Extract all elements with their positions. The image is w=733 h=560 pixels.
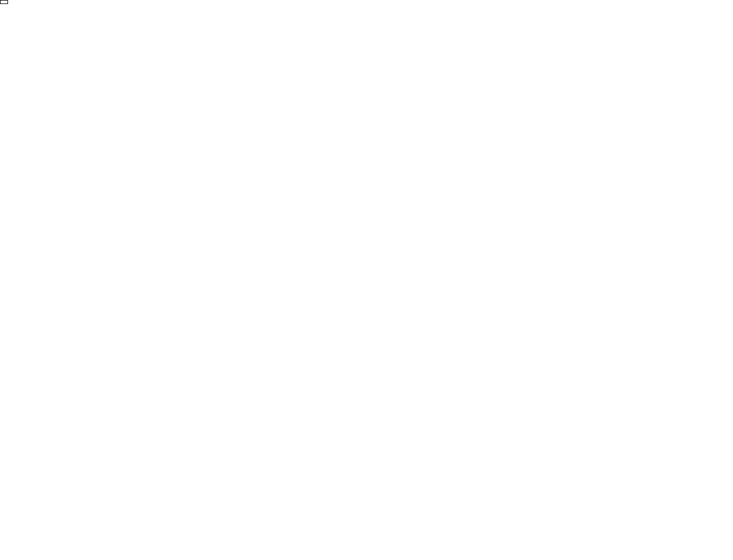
weather-map-view — [0, 0, 733, 560]
precipitation-wind-map-canvas — [0, 0, 733, 549]
precipitation-colorbar — [0, 549, 733, 560]
map-legend-box — [0, 0, 8, 4]
